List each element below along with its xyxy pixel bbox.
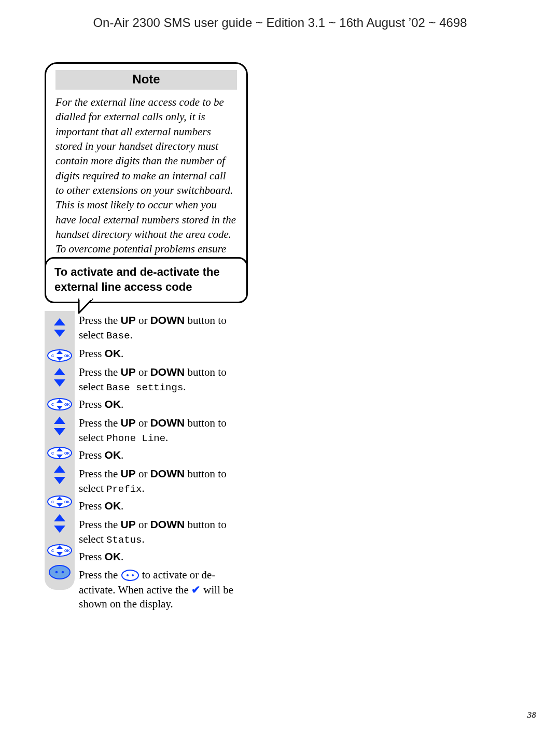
step-text: Press OK. bbox=[79, 547, 248, 564]
steps-list: Press the UP or DOWN button to select Ba… bbox=[45, 311, 248, 612]
step-text: Press the UP or DOWN button to select Ba… bbox=[79, 363, 248, 394]
page-number: 38 bbox=[527, 710, 536, 720]
step-text: Press the UP or DOWN button to select St… bbox=[79, 515, 248, 547]
svg-point-41 bbox=[127, 574, 129, 576]
svg-marker-1 bbox=[79, 299, 92, 300]
step-text: Press the to activate or de-activate. Wh… bbox=[79, 566, 248, 612]
step-text: Press the UP or DOWN button to select Ph… bbox=[79, 414, 248, 445]
step-text: Press OK. bbox=[79, 446, 248, 463]
softkey-dots-inline-icon bbox=[121, 569, 139, 581]
svg-point-40 bbox=[122, 570, 138, 580]
document-header: On-Air 2300 SMS user guide ~ Edition 3.1… bbox=[0, 16, 560, 30]
step-text: Press OK. bbox=[79, 395, 248, 412]
step-text: Press OK. bbox=[79, 344, 248, 361]
procedure-heading-bubble: To activate and de-activate the external… bbox=[45, 257, 248, 303]
step-text: Press the UP or DOWN button to select Pr… bbox=[79, 464, 248, 496]
check-mark-icon: ✔ bbox=[191, 584, 201, 596]
step-text: Press the UP or DOWN button to select Ba… bbox=[79, 311, 248, 343]
note-title: Note bbox=[132, 72, 160, 86]
note-title-bar: Note bbox=[55, 70, 237, 90]
page: On-Air 2300 SMS user guide ~ Edition 3.1… bbox=[0, 0, 560, 737]
step-text: Press OK. bbox=[79, 497, 248, 514]
procedure-heading: To activate and de-activate the external… bbox=[54, 265, 220, 293]
svg-point-42 bbox=[132, 574, 134, 576]
